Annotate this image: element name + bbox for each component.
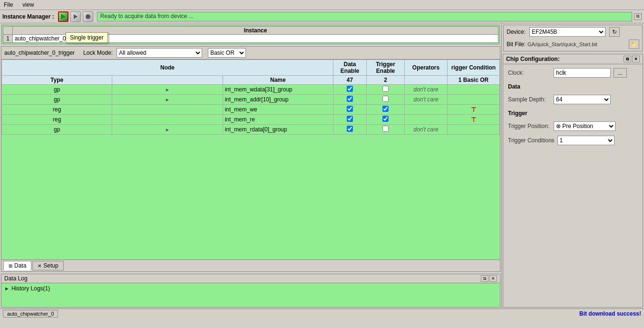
row3-tc: ⊤ (448, 105, 500, 115)
data-tab-icon: ⊞ (9, 263, 12, 268)
trigger-header: auto_chipwatcher_0_trigger Lock Mode: Al… (1, 47, 500, 60)
clock-input[interactable] (554, 68, 611, 78)
tab-setup-label: Setup (43, 262, 58, 269)
row4-tc: ⊤ (448, 115, 500, 125)
run-icon (74, 14, 78, 19)
row1-tc (448, 85, 500, 95)
row3-te-checkbox[interactable] (382, 106, 389, 112)
col-de-count: 47 (333, 76, 367, 85)
lock-mode-select[interactable]: All allowed (117, 48, 202, 58)
trigger-table-container: Node Data Enable Trigger Enable Operator… (1, 60, 500, 259)
tab-data[interactable]: ⊞ Data (3, 261, 31, 270)
trigger-position-label: Trigger Position: (508, 123, 551, 129)
history-label: History Logs(1) (11, 285, 50, 292)
row4-type: reg (2, 115, 112, 125)
row5-te-checkbox[interactable] (382, 126, 389, 132)
data-log-header: Data Log ⧉ ✕ (1, 274, 500, 283)
setup-tab-icon: ✕ (38, 263, 41, 268)
tab-data-label: Data (14, 262, 26, 269)
row4-te-checkbox[interactable] (382, 116, 389, 122)
row1-de-checkbox[interactable] (347, 86, 353, 92)
run-button[interactable] (70, 11, 81, 22)
row4-expand (112, 115, 223, 125)
row3-type: reg (2, 105, 112, 115)
menu-file[interactable]: File (2, 1, 15, 9)
restore-button[interactable]: ⧉ (634, 13, 642, 20)
row2-de-checkbox[interactable] (347, 96, 353, 102)
basic-or-select[interactable]: Basic OR (208, 48, 246, 58)
row4-ops (405, 115, 448, 125)
data-log-close-btn[interactable]: ✕ (489, 275, 497, 282)
clock-more-btn[interactable]: ... (614, 68, 627, 78)
stop-button[interactable] (83, 11, 93, 22)
sample-depth-row: Sample Depth: 64 (508, 95, 638, 104)
col-operators-header: Operators (405, 60, 448, 76)
row5-ops: don't care (405, 125, 448, 135)
trigger-condition-icon: ⊤ (471, 106, 476, 113)
history-row[interactable]: ► History Logs(1) (4, 285, 497, 292)
device-reload-btn[interactable]: ↻ (609, 27, 620, 37)
row1-ops: don't care (405, 85, 448, 95)
chip-config-header: Chip Configuration: ⧉ ✕ (503, 54, 643, 64)
lock-label: Lock Mode: (83, 50, 113, 56)
menu-bar: File view (0, 0, 644, 10)
trigger-conditions-select[interactable]: 1 (557, 136, 615, 145)
col-node-header: Node (2, 60, 333, 76)
row1-te[interactable] (367, 85, 405, 95)
tabs-area: ⊞ Data ✕ Setup (1, 259, 500, 271)
bottom-status-bar: auto_chipwatcher_0 Bit download success! (0, 308, 644, 318)
row1-type: gp (2, 85, 112, 95)
clock-row: Clock: ... (508, 68, 638, 78)
bottom-status-text: Bit download success! (579, 310, 641, 317)
trigger-table: Node Data Enable Trigger Enable Operator… (1, 60, 500, 135)
col-trigger-enable-header: Trigger Enable (367, 60, 405, 76)
row5-expand[interactable]: ► (112, 125, 223, 135)
single-trigger-button[interactable] (58, 11, 68, 22)
expand-icon3: ► (165, 127, 170, 132)
row3-expand (112, 105, 223, 115)
trigger-section-label: Trigger (508, 110, 638, 117)
device-section: Device: EF2M45B ↻ Bit File: GA/quick_Sta… (503, 25, 643, 51)
data-log-window-controls: ⧉ ✕ (481, 275, 497, 282)
trigger-position-select[interactable]: ⊗ Pre Position (554, 121, 615, 131)
row1-de[interactable] (333, 85, 367, 95)
col-trigger-condition-header: rigger Condition (448, 60, 500, 76)
row5-de-checkbox[interactable] (347, 126, 353, 132)
chip-config-win-btns: ⧉ ✕ (624, 56, 640, 62)
row3-de-checkbox[interactable] (347, 106, 353, 112)
bitfile-browse-btn[interactable]: 📁 (629, 40, 639, 49)
col-te-count: 2 (367, 76, 405, 85)
chip-config-title: Chip Configuration: (506, 56, 560, 62)
sample-depth-select[interactable]: 64 (554, 95, 611, 104)
data-log-restore-btn[interactable]: ⧉ (481, 275, 488, 282)
trigger-conditions-row: Trigger Conditions 1 (508, 136, 638, 145)
data-log-title: Data Log (4, 275, 28, 282)
row2-te-checkbox[interactable] (382, 96, 389, 102)
expand-icon: ► (165, 97, 170, 102)
row1-te-checkbox[interactable] (382, 86, 389, 92)
row4-de-checkbox[interactable] (347, 116, 353, 122)
row2-expand[interactable]: ► (112, 95, 223, 105)
tab-setup[interactable]: ✕ Setup (32, 261, 63, 270)
row3-name: int_mem_we (223, 105, 333, 115)
table-row: reg int_mem_re (2, 115, 500, 125)
bottom-instance-tab[interactable]: auto_chipwatcher_0 (3, 310, 58, 318)
row2-ops: don't care (405, 95, 448, 105)
instance-row-num: 1 (3, 35, 13, 43)
status-bar: Ready to acquire data from device ... (97, 12, 632, 21)
device-select[interactable]: EF2M45B (529, 27, 605, 37)
row5-type: gp (2, 125, 112, 135)
single-trigger-tooltip: Single trigger (66, 32, 108, 43)
toolbar: Instance Manager : Ready to acquire data… (0, 10, 644, 23)
menu-view[interactable]: view (20, 1, 36, 9)
col-data-enable-header: Data Enable (333, 60, 367, 76)
chip-config-restore-btn[interactable]: ⧉ (624, 56, 631, 62)
bitfile-label: Bit File: (507, 41, 526, 48)
row1-expand[interactable]: ► (112, 85, 223, 95)
device-label: Device: (507, 29, 526, 35)
table-row: reg int_mem_we (2, 105, 500, 115)
chip-config-close-btn[interactable]: ✕ (632, 56, 640, 62)
clock-label: Clock: (508, 70, 551, 76)
history-expand-arrow: ► (4, 286, 10, 291)
tooltip-text: Single trigger (70, 34, 104, 41)
